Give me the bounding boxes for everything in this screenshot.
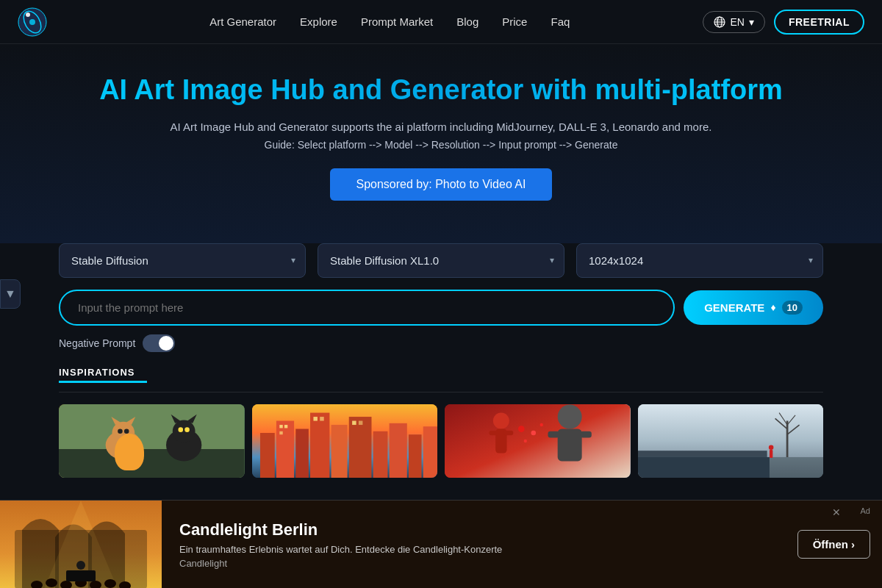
svg-point-71	[104, 579, 116, 588]
svg-rect-34	[279, 425, 282, 428]
ad-content: Candlelight Berlin Ein traumhaftes Erleb…	[162, 509, 797, 581]
resolution-dropdown[interactable]: 1024x1024 512x512 768x768 1280x720	[576, 243, 823, 278]
svg-rect-24	[259, 433, 274, 478]
svg-point-68	[60, 581, 72, 589]
nav-explore[interactable]: Explore	[300, 15, 337, 28]
collapse-icon: ▼	[4, 287, 16, 301]
negative-prompt-toggle[interactable]	[143, 334, 175, 352]
logo[interactable]	[18, 7, 47, 37]
svg-rect-64	[638, 457, 770, 478]
svg-point-16	[173, 420, 196, 442]
free-trial-button[interactable]: FREETRIAL	[774, 10, 864, 35]
svg-point-50	[531, 430, 536, 435]
svg-point-42	[493, 412, 509, 429]
ad-label: Ad	[861, 506, 870, 515]
svg-rect-29	[348, 417, 371, 478]
svg-point-52	[524, 439, 527, 442]
svg-point-62	[768, 445, 773, 450]
svg-point-46	[558, 404, 582, 429]
language-selector[interactable]: EN ▾	[703, 11, 764, 33]
inspirations-underline	[59, 381, 147, 383]
negative-prompt-row: Negative Prompt	[44, 334, 838, 352]
ad-brand: Candlelight	[179, 558, 780, 569]
svg-point-74	[76, 561, 85, 570]
controls-row: Stable Diffusion MidJourney DALL-E 3 Leo…	[44, 243, 838, 278]
inspiration-image-4[interactable]	[638, 404, 824, 478]
svg-point-72	[119, 581, 131, 589]
prompt-row: GENERATE ♦ 10	[44, 290, 838, 326]
svg-point-53	[518, 426, 525, 432]
ad-title: Candlelight Berlin	[179, 520, 780, 539]
svg-rect-73	[66, 570, 96, 581]
svg-rect-44	[489, 430, 498, 435]
collapse-button[interactable]: ▼	[0, 279, 21, 309]
platform-dropdown[interactable]: Stable Diffusion MidJourney DALL-E 3 Leo…	[59, 243, 306, 278]
svg-point-69	[75, 578, 87, 587]
ad-open-button[interactable]: Öffnen ›	[797, 530, 870, 559]
svg-point-20	[124, 429, 129, 434]
inspirations-title: INSPIRATIONS	[59, 367, 823, 378]
hero-title: AI Art Image Hub and Generator with mult…	[15, 74, 867, 107]
svg-rect-28	[331, 425, 347, 478]
generate-button[interactable]: GENERATE ♦ 10	[684, 290, 823, 325]
svg-rect-35	[284, 425, 287, 428]
svg-rect-63	[769, 450, 772, 458]
svg-point-67	[46, 578, 57, 587]
inspirations-section: INSPIRATIONS	[44, 367, 838, 478]
ad-open-arrow: ›	[851, 538, 855, 551]
nav-prompt-market[interactable]: Prompt Market	[361, 15, 433, 28]
inspiration-image-2[interactable]	[252, 404, 438, 478]
inspiration-image-1[interactable]	[59, 404, 245, 478]
svg-point-66	[31, 581, 43, 589]
ad-description: Ein traumhaftes Erlebnis wartet auf Dich…	[179, 544, 780, 555]
svg-point-51	[540, 423, 543, 426]
inspirations-images-row	[59, 404, 823, 478]
nav-right: EN ▾ FREETRIAL	[703, 10, 864, 35]
nav-art-generator[interactable]: Art Generator	[209, 15, 276, 28]
sponsor-button[interactable]: Sponsored by: Photo to Video AI	[330, 168, 553, 201]
nav-price[interactable]: Price	[502, 15, 527, 28]
ad-close-button[interactable]: ✕	[832, 506, 841, 518]
svg-rect-49	[580, 431, 591, 437]
svg-rect-27	[310, 412, 329, 477]
svg-rect-36	[279, 431, 282, 434]
hero-subtitle: AI Art Image Hub and Generator supports …	[15, 121, 867, 133]
inspirations-divider	[59, 392, 823, 392]
svg-point-70	[90, 581, 101, 589]
ad-open-label: Öffnen	[813, 538, 848, 551]
svg-point-11	[106, 430, 141, 459]
model-dropdown[interactable]: Stable Diffusion XL1.0 Stable Diffusion …	[318, 243, 564, 278]
svg-rect-30	[373, 431, 387, 477]
language-chevron: ▾	[749, 16, 754, 28]
svg-rect-41	[445, 404, 631, 478]
svg-rect-45	[503, 430, 513, 435]
svg-rect-38	[320, 417, 323, 420]
credit-count: 10	[782, 301, 803, 315]
svg-rect-32	[408, 434, 421, 478]
svg-point-2	[29, 19, 35, 25]
resolution-dropdown-wrap: 1024x1024 512x512 768x768 1280x720 ▾	[576, 243, 823, 278]
nav-blog[interactable]: Blog	[456, 15, 478, 28]
svg-point-22	[184, 427, 190, 432]
svg-rect-39	[352, 420, 356, 424]
navbar: Art Generator Explore Prompt Market Blog…	[0, 0, 882, 44]
ad-image	[0, 501, 162, 589]
svg-rect-48	[548, 431, 559, 437]
platform-dropdown-wrap: Stable Diffusion MidJourney DALL-E 3 Leo…	[59, 243, 306, 278]
svg-rect-26	[295, 429, 309, 477]
model-dropdown-wrap: Stable Diffusion XL1.0 Stable Diffusion …	[318, 243, 564, 278]
generate-label: GENERATE	[704, 301, 764, 314]
svg-rect-31	[389, 423, 406, 477]
negative-prompt-label: Negative Prompt	[59, 337, 135, 349]
svg-rect-61	[638, 451, 767, 457]
gem-icon: ♦	[770, 301, 775, 313]
svg-rect-25	[276, 420, 293, 477]
toggle-thumb	[159, 336, 173, 351]
nav-faq[interactable]: Faq	[551, 15, 570, 28]
prompt-input[interactable]	[59, 290, 675, 326]
inspiration-image-3[interactable]	[445, 404, 631, 478]
svg-point-19	[118, 429, 123, 434]
ad-banner: Candlelight Berlin Ein traumhaftes Erleb…	[0, 500, 882, 588]
hero-section: AI Art Image Hub and Generator with mult…	[0, 44, 882, 243]
svg-point-3	[26, 12, 30, 17]
